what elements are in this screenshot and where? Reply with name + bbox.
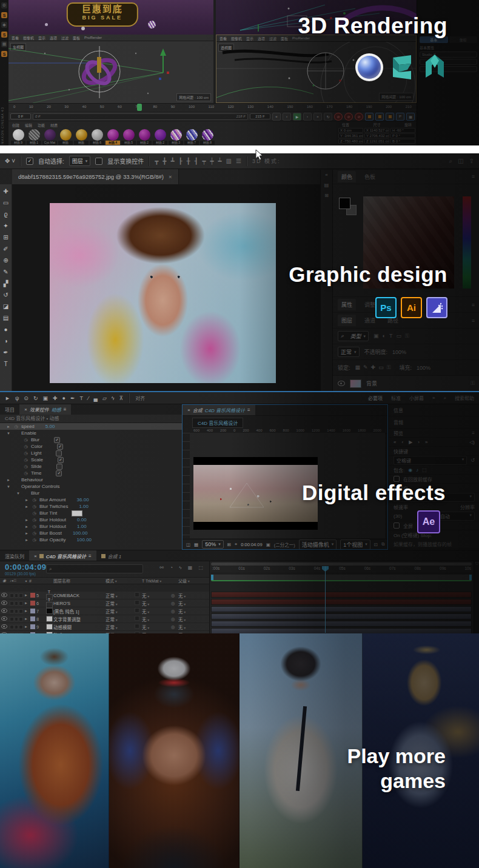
property-value[interactable] bbox=[72, 510, 82, 516]
expand-arrow-icon[interactable]: ► bbox=[24, 525, 29, 529]
close-icon[interactable]: × bbox=[169, 173, 172, 180]
material-swatch[interactable]: Cyc Mat bbox=[42, 129, 57, 145]
material-menu-item[interactable]: 功能 bbox=[38, 122, 45, 128]
property-value[interactable]: 100.00 bbox=[73, 530, 87, 536]
move-tool-icon[interactable]: ✥ ˅ bbox=[5, 158, 15, 164]
ae-tool-icon[interactable]: ▄ bbox=[94, 395, 98, 401]
filter-icon[interactable]: T bbox=[389, 333, 393, 339]
layer-duration-bar[interactable] bbox=[211, 621, 472, 627]
timeline-layer-row[interactable]: ► 9 动感模糊 正常 无 ◎ 无 bbox=[0, 623, 209, 631]
layer-name[interactable]: 动感模糊 bbox=[53, 624, 106, 630]
layer-visibility-icon[interactable] bbox=[1, 608, 7, 612]
layer-visibility-icon[interactable] bbox=[1, 600, 7, 604]
viewport-menu-item[interactable]: 过滤 bbox=[269, 36, 276, 41]
ps-tool-icon[interactable]: ↺ bbox=[3, 292, 8, 298]
c4d-viewport-render[interactable]: 巨惠到底 BIG SALE bbox=[8, 0, 213, 35]
layer-name[interactable]: 文字背景调整 bbox=[53, 616, 106, 623]
layer-duration-bar[interactable] bbox=[211, 599, 472, 605]
frame-field[interactable]: 215 F bbox=[250, 113, 270, 119]
current-time[interactable]: 0:00:04:09 bbox=[241, 542, 262, 547]
trkmat-dropdown[interactable]: 无 bbox=[142, 624, 171, 630]
tab-effect-controls[interactable]: × 效果控件 动感 ≡ bbox=[19, 404, 71, 415]
effect-property-row[interactable]: ◷ Blur Tint bbox=[0, 510, 182, 516]
layer-visibility-icon[interactable] bbox=[338, 381, 345, 386]
stopwatch-icon[interactable]: ◷ bbox=[23, 471, 28, 476]
expand-arrow-icon[interactable]: ► bbox=[6, 425, 11, 429]
layer-filter-dropdown[interactable]: ⌕ 类型 bbox=[338, 331, 369, 341]
ae-tool-icon[interactable]: ⊙ bbox=[24, 395, 28, 401]
effect-property-row[interactable]: ► ◷ Blur Holdout 0.00 bbox=[0, 516, 182, 523]
object-icon[interactable]: ◆ bbox=[1, 22, 7, 28]
play-button[interactable]: ▶ bbox=[293, 113, 301, 121]
share-icon[interactable]: ⇪ bbox=[469, 158, 474, 165]
viewport-menu-item[interactable]: 摄像机 bbox=[231, 36, 242, 41]
material-menu-item[interactable]: 创建 bbox=[12, 122, 19, 128]
material-swatch[interactable]: 材质.5 bbox=[121, 129, 136, 145]
material-ball[interactable] bbox=[107, 129, 119, 141]
panel-menu-icon[interactable]: ≡ bbox=[472, 430, 475, 436]
goto-start-button[interactable]: « bbox=[272, 113, 281, 121]
lock-option-icon[interactable]: ▭ bbox=[378, 364, 384, 371]
filter-icon[interactable]: ⚿ bbox=[405, 333, 409, 339]
effect-property-row[interactable]: ► ◷ Blur Twitches 1.00 bbox=[0, 503, 182, 510]
effect-property-row[interactable]: ◷ Slide bbox=[0, 463, 182, 470]
expand-arrow-icon[interactable]: ► bbox=[24, 538, 29, 542]
material-swatch[interactable]: 材质.4 bbox=[106, 129, 120, 145]
next-frame-button[interactable]: › bbox=[418, 439, 420, 445]
material-icon[interactable]: S bbox=[1, 12, 7, 18]
shortcut-dropdown[interactable]: 空格键 bbox=[394, 456, 467, 465]
workspace-standard[interactable]: 标准 bbox=[391, 395, 401, 401]
effect-property-row[interactable]: ◷ Color ✓ bbox=[0, 443, 182, 450]
loop-button[interactable]: ↻ bbox=[324, 113, 332, 121]
effect-property-row[interactable]: ◷ Light bbox=[0, 450, 182, 456]
material-ball[interactable] bbox=[60, 129, 72, 141]
blend-mode-dropdown[interactable]: 正常 bbox=[106, 624, 135, 630]
blend-mode-dropdown[interactable]: 正常 bbox=[106, 592, 135, 599]
effect-property-row[interactable]: ► ◷ Blur Amount 36.00 bbox=[0, 496, 182, 503]
prev-frame-button[interactable]: ‹ bbox=[283, 113, 291, 121]
frame-slider[interactable]: 0 F218 F bbox=[33, 113, 248, 120]
blend-mode-dropdown[interactable]: 正常 bbox=[106, 600, 135, 607]
auto-select-checkbox[interactable]: ✓ bbox=[26, 158, 33, 165]
viewport-menu-item[interactable]: 过滤 bbox=[61, 35, 69, 41]
channels-icon[interactable]: ▦ bbox=[194, 542, 198, 547]
stopwatch-icon[interactable]: ◷ bbox=[32, 511, 37, 516]
align-icon[interactable]: ▥ bbox=[226, 158, 232, 164]
layer-visibility-icon[interactable] bbox=[1, 616, 7, 620]
material-icon[interactable]: S bbox=[1, 32, 7, 38]
filter-icon[interactable]: ▣ bbox=[373, 333, 379, 339]
stopwatch-icon[interactable]: ◷ bbox=[23, 451, 28, 456]
pickwhip-icon[interactable]: ◎ bbox=[171, 601, 178, 606]
material-swatch[interactable]: 材质.7 bbox=[184, 129, 199, 145]
expand-arrow-icon[interactable]: ► bbox=[24, 498, 29, 502]
keyframe-button[interactable]: P bbox=[396, 113, 404, 121]
coord-field[interactable]: Z 1192.051 cm bbox=[364, 139, 389, 144]
timeline-layer-row[interactable]: ► 5 T COMEBACK 正常 无 ◎ 无 bbox=[0, 592, 209, 599]
align-icon[interactable]: ┿ bbox=[210, 158, 214, 164]
camera-dropdown[interactable]: 活动摄像机 bbox=[299, 539, 337, 550]
ps-canvas[interactable] bbox=[12, 184, 320, 391]
ae-tool-icon[interactable]: ✒ bbox=[70, 395, 75, 401]
material-ball[interactable] bbox=[76, 129, 87, 141]
mask-icon[interactable]: ⌖ bbox=[235, 541, 237, 547]
timeline-current-time[interactable]: 0:00:04:09 bbox=[5, 563, 47, 572]
ps-tool-icon[interactable]: ◪ bbox=[3, 303, 8, 310]
material-swatch[interactable]: 材质.2 bbox=[153, 129, 167, 145]
ps-tool-icon[interactable]: ● bbox=[4, 326, 7, 333]
effect-property-row[interactable]: ► ◷ Blur Opacity 100.00 bbox=[0, 536, 182, 543]
record-rotation-button[interactable]: ⊘ bbox=[355, 113, 363, 121]
keyframe-button[interactable] bbox=[375, 113, 384, 121]
coord-field[interactable]: B 0 ° bbox=[390, 139, 415, 144]
expand-arrow-icon[interactable]: ► bbox=[24, 505, 29, 509]
ps-tool-icon[interactable]: ⊕ bbox=[3, 257, 8, 264]
layer-name[interactable]: 背景 bbox=[366, 379, 377, 387]
layer-color-chip[interactable] bbox=[30, 593, 35, 598]
panel-menu-icon[interactable]: ≡ bbox=[472, 302, 475, 308]
timeline-playhead[interactable] bbox=[137, 104, 142, 111]
viewport-menu-item[interactable]: 选项 bbox=[258, 36, 265, 41]
snapshot-icon[interactable]: ◫ bbox=[186, 542, 190, 547]
pickwhip-icon[interactable]: ◎ bbox=[171, 593, 178, 598]
layer-duration-bar[interactable] bbox=[211, 592, 472, 598]
ps-tool-icon[interactable]: T bbox=[4, 361, 7, 367]
search-icon[interactable]: ⌕ bbox=[444, 395, 446, 401]
